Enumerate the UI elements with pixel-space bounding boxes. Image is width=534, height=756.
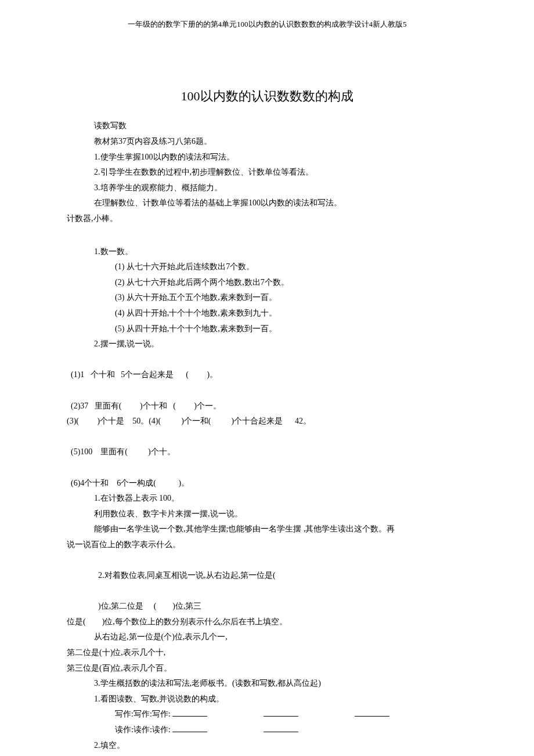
explain-line: 从右边起,第一位是(个)位,表示几个一, — [75, 630, 459, 645]
count-item: (4) 从四十开始,十个十个地数,素来数到九十。 — [75, 306, 459, 321]
fill-blank-item: (5)100 里面有( )个十。 — [71, 447, 175, 456]
intro-line: 2.引导学生在数数的过程中,初步理解数位、计数单位等看法。 — [75, 165, 459, 180]
fill-item: (1)十位是8,个位是2,这个数是( )。 — [75, 753, 459, 756]
count-item: (2) 从七十六开始,此后两个两个地数,数出7个数。 — [75, 275, 459, 291]
intro-line: 在理解数位、计数单位等看法的基础上掌握100以内数的读法和写法。 — [75, 196, 459, 211]
explain-text: )位,第二位是 ( )位,第三 — [98, 602, 202, 610]
blank-underline — [355, 707, 389, 717]
explain-line: 位是( )位,每个数位上的数分别表示什么,尔后在书上填空。 — [67, 614, 459, 630]
explain-line: 1.在计数器上表示 100。 — [75, 491, 459, 507]
read-row: 读作:读作:读作: — [75, 722, 459, 738]
practice-line: 1.看图读数、写数,并说说数的构成。 — [75, 692, 459, 707]
fill-blank-row: (3)( )个十是 50。(4)( )个一和( )个十合起来是 42。 — [67, 414, 459, 429]
page-title: 100以内数的认识数数数的构成 — [75, 84, 459, 108]
intro-line: 1.使学生掌握100以内数的读法和写法。 — [75, 150, 459, 165]
explain-line: 2.对着数位表,同桌互相说一说,从右边起,第一位是( )位,第二位是 ( )位,… — [75, 553, 459, 614]
explain-line: 3.学生概括数的读法和写法,老师板书。(读数和写数,都从高位起) — [75, 676, 459, 692]
count-item: (3) 从六十开始,五个五个地数,素来数到一百。 — [75, 290, 459, 306]
blank-underline — [264, 722, 298, 732]
count-item: (1) 从七十六开始,此后连续数出7个数。 — [75, 259, 459, 275]
place-heading: 2.摆一摆,说一说。 — [75, 337, 459, 352]
explain-line: 说一说百位上的数字表示什么。 — [67, 537, 459, 553]
intro-line: 计数器,小棒。 — [67, 211, 459, 227]
write-label: 写作:写作:写作: — [115, 710, 171, 718]
practice-line: 2.填空。 — [75, 738, 459, 754]
count-item: (5) 从四十开始,十个十个地数,素来数到一百。 — [75, 321, 459, 337]
intro-line: 教材第37页内容及练习八第6题。 — [75, 134, 459, 150]
page-header: 一年级的的数学下册的的第4单元100以内数的认识数数数的构成教学设计4新人教版5 — [75, 17, 459, 32]
explain-line: 能够由一名学生说一个数,其他学生摆;也能够由一名学生摆 ,其他学生读出这个数。再 — [75, 522, 459, 537]
blank-underline — [264, 707, 298, 717]
count-heading: 1.数一数。 — [75, 244, 459, 260]
explain-line: 第二位是(十)位,表示几个十, — [67, 645, 459, 661]
fill-blank-item: (1)1 个十和 5个一合起来是 ( )。 — [71, 370, 218, 379]
explain-text: 2.对着数位表,同桌互相说一说,从右边起,第一位是( — [98, 571, 276, 580]
blank-underline — [172, 722, 207, 732]
intro-line: 读数写数 — [75, 118, 459, 134]
fill-blank-item: (2)37 里面有( )个十和 ( )个一。 — [71, 401, 221, 410]
write-row: 写作:写作:写作: — [75, 707, 459, 722]
fill-blank-item: (6)4个十和 6个一构成( )。 — [71, 479, 189, 487]
explain-line: 第三位是(百)位,表示几个百。 — [67, 661, 459, 677]
explain-line: 利用数位表、数字卡片来摆一摆,说一说。 — [75, 507, 459, 522]
fill-blank-row: (5)100 里面有( )个十。 (6)4个十和 6个一构成( )。 — [67, 429, 459, 491]
fill-blank-row: (1)1 个十和 5个一合起来是 ( )。 (2)37 里面有( )个十和 ( … — [67, 352, 459, 414]
blank-underline — [172, 707, 207, 717]
intro-line: 3.培养学生的观察能力、概括能力。 — [75, 180, 459, 196]
read-label: 读作:读作:读作: — [115, 725, 171, 734]
